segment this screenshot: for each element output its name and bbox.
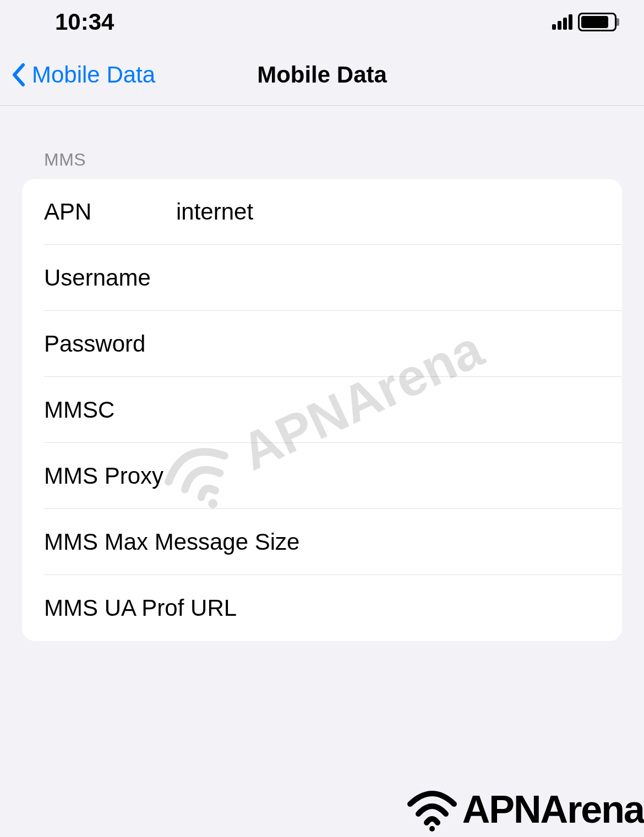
status-time: 10:34 <box>55 9 114 35</box>
settings-group-mms: APN Username Password MMSC MMS Proxy MMS… <box>22 179 622 641</box>
settings-row-mms-max-size[interactable]: MMS Max Message Size <box>22 509 622 575</box>
password-input[interactable] <box>176 331 600 357</box>
wifi-icon <box>405 787 460 831</box>
status-bar: 10:34 <box>0 0 644 44</box>
settings-row-username[interactable]: Username <box>22 245 622 311</box>
page-title: Mobile Data <box>257 62 387 88</box>
row-label-mms-proxy: MMS Proxy <box>44 463 176 489</box>
row-label-mms-ua-prof: MMS UA Prof URL <box>44 595 237 621</box>
settings-row-mms-proxy[interactable]: MMS Proxy <box>22 443 622 509</box>
row-label-mms-max-size: MMS Max Message Size <box>44 529 299 555</box>
row-label-apn: APN <box>44 199 176 225</box>
settings-row-password[interactable]: Password <box>22 311 622 377</box>
back-button-label: Mobile Data <box>32 62 155 88</box>
back-button[interactable]: Mobile Data <box>11 62 155 88</box>
row-label-username: Username <box>44 265 176 291</box>
content-area: MMS APN Username Password MMSC MMS Proxy <box>0 106 644 641</box>
watermark-bottom-text: APNArena <box>462 787 644 831</box>
mms-ua-prof-input[interactable] <box>237 595 600 621</box>
watermark-bottom: APNArena <box>405 787 644 831</box>
settings-row-mms-ua-prof[interactable]: MMS UA Prof URL <box>22 575 622 641</box>
navigation-bar: Mobile Data Mobile Data <box>0 44 644 106</box>
settings-row-mmsc[interactable]: MMSC <box>22 377 622 443</box>
settings-row-apn[interactable]: APN <box>22 179 622 245</box>
apn-input[interactable] <box>176 199 600 225</box>
username-input[interactable] <box>176 265 600 291</box>
svg-point-1 <box>429 826 435 831</box>
status-indicators <box>552 13 616 31</box>
mms-max-size-input[interactable] <box>299 529 600 555</box>
chevron-left-icon <box>11 63 28 87</box>
row-label-password: Password <box>44 331 176 357</box>
section-header-mms: MMS <box>22 150 622 179</box>
row-label-mmsc: MMSC <box>44 397 176 423</box>
mmsc-input[interactable] <box>176 397 600 423</box>
mms-proxy-input[interactable] <box>176 463 600 489</box>
battery-icon <box>578 13 616 31</box>
cellular-signal-icon <box>552 14 572 30</box>
